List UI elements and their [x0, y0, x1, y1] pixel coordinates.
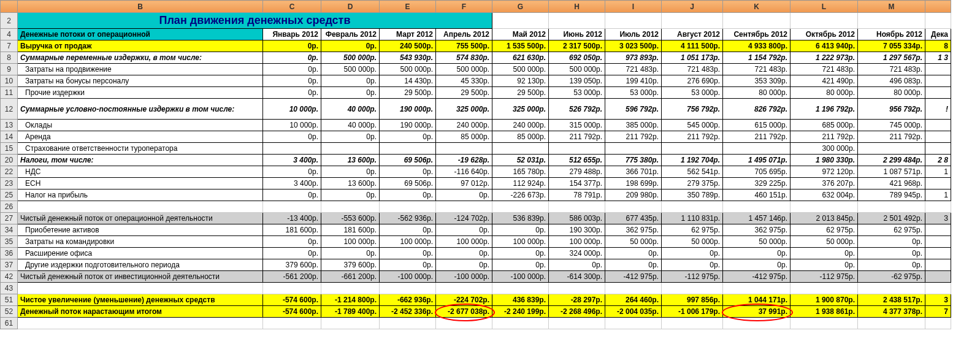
cell[interactable]: 181 600р.	[321, 224, 380, 236]
cell[interactable]: 0р.	[321, 131, 380, 143]
cell[interactable]: 586 003р.	[549, 213, 605, 224]
cell[interactable]: 0р.	[263, 87, 321, 99]
cell[interactable]	[380, 201, 436, 213]
cell[interactable]: 692 050р.	[549, 52, 605, 64]
cell[interactable]: 0р.	[492, 224, 549, 236]
cell[interactable]: 276 690р.	[662, 75, 723, 87]
cell[interactable]: 460 151р.	[723, 189, 791, 201]
cell[interactable]: 62 975р.	[662, 224, 723, 236]
cell[interactable]: 3 023 500р.	[605, 40, 662, 52]
cell[interactable]	[436, 201, 492, 213]
cell[interactable]: 0р.	[380, 131, 436, 143]
cell[interactable]: -100 000р.	[380, 271, 436, 283]
cell[interactable]: 500 000р.	[492, 64, 549, 75]
cell[interactable]: 574 830р.	[436, 52, 492, 64]
row-header[interactable]: 42	[1, 271, 18, 283]
cell[interactable]: -2 268 496р.	[549, 306, 605, 318]
cell[interactable]: -28 297р.	[549, 294, 605, 306]
cell[interactable]: 0р.	[791, 259, 858, 271]
cell[interactable]: 500 000р.	[321, 52, 380, 64]
cell[interactable]	[605, 13, 662, 29]
cell[interactable]: 789 945р.	[858, 189, 925, 201]
cell[interactable]: 0р.	[723, 248, 791, 259]
cell[interactable]: 0р.	[263, 131, 321, 143]
cell[interactable]: 721 483р.	[723, 64, 791, 75]
col-header[interactable]: F	[436, 1, 492, 13]
cell[interactable]	[791, 13, 858, 29]
cell[interactable]: 0р.	[436, 189, 492, 201]
cell[interactable]: 705 695р.	[723, 166, 791, 178]
cell[interactable]: 80 000р.	[858, 87, 925, 99]
cell[interactable]: 379 600р.	[321, 259, 380, 271]
cell[interactable]	[858, 201, 925, 213]
cell[interactable]: -553 600р.	[321, 213, 380, 224]
cell[interactable]: 279 375р.	[662, 178, 723, 189]
cell[interactable]: 10 000р.	[263, 99, 321, 120]
cell[interactable]: 325 000р.	[492, 99, 549, 120]
cell[interactable]	[321, 201, 380, 213]
cell[interactable]	[662, 201, 723, 213]
cell[interactable]: 0р.	[321, 75, 380, 87]
cell[interactable]	[723, 13, 791, 29]
cell[interactable]	[436, 283, 492, 294]
cell[interactable]: -13 400р.	[263, 213, 321, 224]
cell[interactable]	[605, 201, 662, 213]
cell[interactable]: 362 975р.	[723, 224, 791, 236]
cell[interactable]: 956 792р.	[858, 99, 925, 120]
cell[interactable]: 350 789р.	[662, 189, 723, 201]
cell[interactable]	[858, 13, 925, 29]
cell[interactable]: -19 628р.	[436, 155, 492, 166]
row-header[interactable]: 7	[1, 40, 18, 52]
cell[interactable]: 100 000р.	[380, 236, 436, 248]
cell[interactable]	[492, 143, 549, 155]
cell[interactable]: 0р.	[380, 224, 436, 236]
cell[interactable]: 0р.	[492, 259, 549, 271]
cell[interactable]: 279 488р.	[549, 166, 605, 178]
cell[interactable]: 100 000р.	[492, 236, 549, 248]
cell[interactable]: 500 000р.	[436, 64, 492, 75]
cell[interactable]: 7 055 334р.	[858, 40, 925, 52]
cell[interactable]: -1 789 400р.	[321, 306, 380, 318]
cell[interactable]	[263, 283, 321, 294]
cell[interactable]: 421 490р.	[791, 75, 858, 87]
cell[interactable]: 512 655р.	[549, 155, 605, 166]
row-header[interactable]: 51	[1, 294, 18, 306]
cell[interactable]	[321, 283, 380, 294]
cell[interactable]: 0р.	[263, 52, 321, 64]
row-header[interactable]: 27	[1, 213, 18, 224]
cell[interactable]	[18, 318, 263, 329]
cell[interactable]: -614 300р.	[549, 271, 605, 283]
cell[interactable]: 500 000р.	[380, 64, 436, 75]
cell[interactable]	[858, 283, 925, 294]
cell[interactable]: 1 980 330р.	[791, 155, 858, 166]
cell[interactable]: 300 000р.	[791, 143, 858, 155]
row-header[interactable]: 15	[1, 143, 18, 155]
cell[interactable]: 1 938 861р.	[791, 306, 858, 318]
cell[interactable]: -116 640р.	[436, 166, 492, 178]
cell[interactable]: 329 225р.	[723, 178, 791, 189]
cell[interactable]: 3	[925, 213, 951, 224]
cell[interactable]: 562 541р.	[662, 166, 723, 178]
col-header[interactable]: I	[605, 1, 662, 13]
cell[interactable]: 62 975р.	[791, 224, 858, 236]
cell[interactable]: 353 309р.	[723, 75, 791, 87]
cell[interactable]: 8	[925, 40, 951, 52]
cell[interactable]: 4 111 500р.	[662, 40, 723, 52]
cell[interactable]: 379 600р.	[263, 259, 321, 271]
cell[interactable]: 69 506р.	[380, 155, 436, 166]
cell[interactable]	[662, 143, 723, 155]
cell[interactable]: 1 087 571р.	[858, 166, 925, 178]
cell[interactable]	[321, 143, 380, 155]
cell[interactable]: -2 240 199р.	[492, 306, 549, 318]
cell[interactable]: 543 930р.	[380, 52, 436, 64]
cell[interactable]: 615 000р.	[723, 120, 791, 131]
cell[interactable]	[925, 64, 951, 75]
cell[interactable]: 69 506р.	[380, 178, 436, 189]
cell[interactable]: 53 000р.	[549, 87, 605, 99]
cell[interactable]	[925, 75, 951, 87]
row-header[interactable]: 52	[1, 306, 18, 318]
cell[interactable]: 154 377р.	[549, 178, 605, 189]
cell[interactable]	[380, 283, 436, 294]
col-header[interactable]: L	[791, 1, 858, 13]
cell[interactable]	[925, 248, 951, 259]
